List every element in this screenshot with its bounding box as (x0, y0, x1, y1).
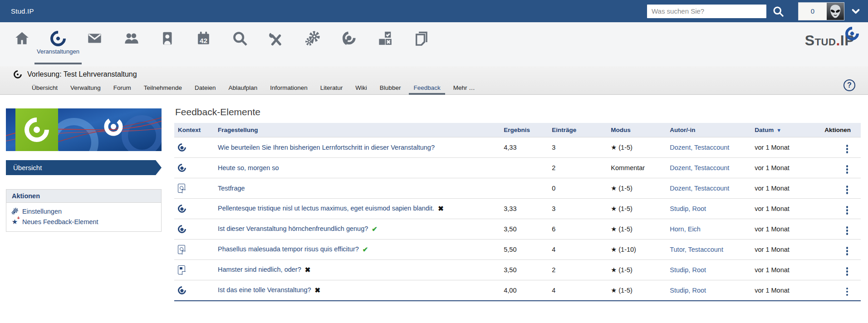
kebab-menu-icon[interactable] (845, 144, 849, 154)
feedback-question-link[interactable]: Phasellus malesuada tempor risus quis ef… (218, 245, 359, 253)
mode-cell: ★ (1-5) (607, 219, 666, 240)
mode-cell: ★ (1-5) (607, 260, 666, 280)
entries-cell: 4 (548, 280, 607, 301)
sidebar: Übersicht Aktionen Einstellungen ★+ Neue… (6, 108, 162, 232)
context-icon (176, 162, 187, 173)
mode-cell: Kommentar (607, 158, 666, 178)
kebab-menu-icon[interactable] (845, 205, 849, 215)
star-plus-icon: ★+ (11, 218, 19, 226)
status-icon: ✖ (438, 205, 444, 212)
status-icon: ✖ (315, 286, 321, 294)
course-avatar (15, 108, 58, 151)
author-link[interactable]: Dozent, Testaccount (670, 144, 729, 151)
author-link[interactable]: Tutor, Testaccount (670, 246, 723, 253)
search-input[interactable] (647, 5, 766, 18)
entries-cell: 2 (548, 260, 607, 280)
author-link[interactable]: Horn, Eich (670, 225, 701, 233)
toolbar-calendar[interactable]: 42 (185, 22, 221, 66)
author-link[interactable]: Dozent, Testaccount (670, 185, 729, 192)
help-icon[interactable]: ? (843, 79, 855, 91)
tab-ablaufplan[interactable]: Ablaufplan (222, 84, 264, 94)
toolbar-messages[interactable] (76, 22, 113, 66)
profile-icon (159, 30, 176, 47)
entries-cell: 3 (548, 199, 607, 219)
sidebar-action-einstellungen[interactable]: Einstellungen (6, 206, 161, 216)
author-link[interactable]: Dozent, Testaccount (670, 164, 729, 171)
tab-forum[interactable]: Forum (107, 84, 137, 94)
col-autor: Autor/-in (666, 123, 751, 137)
tools-icon (268, 30, 284, 47)
kebab-menu-icon[interactable] (845, 287, 849, 297)
result-cell: 4,33 (500, 137, 548, 158)
col-datum[interactable]: Datum▼ (751, 123, 821, 137)
kebab-menu-icon[interactable] (845, 164, 849, 175)
toolbar-search[interactable] (221, 22, 258, 66)
tab-literatur[interactable]: Literatur (314, 84, 349, 94)
feedback-question-link[interactable]: Wie beurteilen Sie Ihren bisherigen Lern… (218, 144, 435, 151)
kebab-menu-icon[interactable] (845, 266, 849, 277)
feedback-table: Kontext Fragestellung Ergebnis Einträge … (174, 123, 861, 301)
author-link[interactable]: Studip, Root (670, 266, 706, 274)
kebab-menu-icon[interactable] (845, 185, 849, 195)
tab-mehr[interactable]: Mehr … (447, 84, 481, 94)
feedback-question-link[interactable]: Pellentesque tristique nisl ut lectus ma… (218, 205, 434, 212)
toolbar-feedback[interactable] (330, 22, 367, 66)
action-label: Einstellungen (22, 208, 62, 215)
tab-dateien[interactable]: Dateien (188, 84, 222, 94)
result-cell: 3,50 (500, 219, 548, 240)
col-fragestellung: Fragestellung (214, 123, 500, 137)
context-icon (176, 284, 187, 296)
sort-desc-icon: ▼ (776, 127, 781, 133)
col-eintraege: Einträge (548, 123, 607, 137)
kebab-menu-icon[interactable] (845, 246, 849, 256)
mode-cell: ★ (1-5) (607, 137, 666, 158)
sidebar-action-neues-feedback-element[interactable]: ★+ Neues Feedback-Element (6, 216, 161, 227)
entries-cell: 0 (548, 178, 607, 199)
chevron-down-icon[interactable] (851, 6, 861, 16)
tab-blubber[interactable]: Blubber (373, 84, 407, 94)
feedback-question-link[interactable]: Testfrage (218, 185, 245, 192)
date-cell: vor 1 Monat (751, 137, 821, 158)
date-cell: vor 1 Monat (751, 219, 821, 240)
tab-wiki[interactable]: Wiki (349, 84, 373, 94)
mode-cell: ★ (1-5) (607, 280, 666, 301)
toolbar-tools[interactable] (258, 22, 294, 66)
feedback-question-link[interactable]: Hamster sind niedlich, oder? (218, 266, 301, 273)
tab-uebersicht[interactable]: Übersicht (25, 84, 64, 94)
toolbar-pages[interactable] (403, 22, 439, 66)
feedback-question-link[interactable]: Ist das eine tolle Veranstaltung? (218, 286, 311, 294)
col-aktionen: Aktionen (821, 123, 861, 137)
tab-verwaltung[interactable]: Verwaltung (64, 84, 107, 94)
entries-cell: 6 (548, 219, 607, 240)
course-banner (6, 108, 162, 151)
col-ergebnis: Ergebnis (500, 123, 548, 137)
tab-feedback[interactable]: Feedback (407, 84, 446, 94)
top-bar: Stud.IP 0 (0, 0, 868, 22)
status-icon: ✔ (363, 245, 368, 253)
admin-gears-icon (304, 30, 321, 47)
toolbar-admin[interactable] (294, 22, 330, 66)
avatar[interactable] (827, 3, 844, 20)
brand-text: Stud.IP (11, 7, 34, 15)
notification-counter[interactable]: 0 (799, 3, 827, 20)
toolbar-profile[interactable] (149, 22, 185, 66)
course-avatar-spiral-icon (20, 113, 54, 147)
table-row: Ist dieser Veranstaltung hörnchenfreundl… (174, 219, 861, 240)
search-icon[interactable] (772, 5, 785, 18)
kebab-menu-icon[interactable] (845, 225, 849, 236)
tab-teilnehmende[interactable]: Teilnehmende (137, 84, 188, 94)
toolbar-community[interactable] (113, 22, 149, 66)
feedback-question-link[interactable]: Ist dieser Veranstaltung hörnchenfreundl… (218, 225, 368, 232)
toolbar-home[interactable] (4, 22, 40, 66)
tab-informationen[interactable]: Informationen (264, 84, 314, 94)
feedback-question-link[interactable]: Heute so, morgen so (218, 164, 279, 171)
home-icon (14, 30, 30, 47)
toolbar-courses[interactable]: Veranstaltungen (40, 22, 76, 66)
author-link[interactable]: Studip, Root (670, 205, 706, 212)
table-header-row: Kontext Fragestellung Ergebnis Einträge … (174, 123, 861, 137)
author-link[interactable]: Studip, Root (670, 287, 706, 294)
sidebar-item-uebersicht[interactable]: Übersicht (6, 160, 162, 175)
context-icon (178, 265, 185, 274)
table-row: Wie beurteilen Sie Ihren bisherigen Lern… (174, 137, 861, 158)
toolbar-evaluation[interactable] (367, 22, 403, 66)
